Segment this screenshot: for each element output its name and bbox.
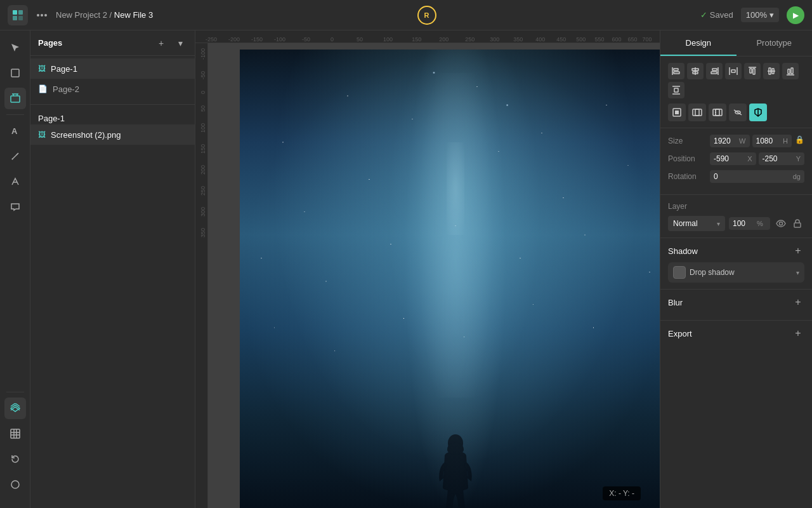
page-item-page1[interactable]: 🖼 Page-1 [30, 58, 195, 79]
visibility-icon[interactable] [774, 217, 788, 231]
svg-point-17 [448, 434, 463, 452]
svg-rect-51 [794, 223, 801, 227]
height-input-wrap: H [752, 135, 792, 147]
tool-circle[interactable] [4, 474, 26, 495]
width-unit: W [739, 137, 745, 145]
size-lock-icon[interactable]: 🔒 [794, 135, 804, 145]
shadow-color-swatch[interactable] [673, 266, 686, 279]
distribute-h-button[interactable] [725, 63, 742, 79]
x-unit: X [747, 155, 752, 163]
pages-title: Pages [38, 38, 62, 48]
align-center-v-button[interactable] [763, 63, 780, 79]
tool-layers[interactable] [4, 398, 26, 419]
export-title: Export [668, 329, 692, 338]
tool-rectangle[interactable] [4, 88, 26, 109]
align-top-button[interactable] [744, 63, 761, 79]
layers-header-actions: + ▾ [154, 36, 187, 50]
blend-mode-value: Normal [673, 219, 698, 228]
topbar-center: R [417, 6, 436, 25]
project-name: New Project 2 [56, 10, 107, 20]
svg-rect-41 [674, 88, 678, 92]
width-input[interactable] [714, 137, 737, 145]
x-input-wrap: X [710, 152, 756, 165]
svg-rect-31 [750, 69, 752, 73]
tool-frame[interactable] [4, 62, 26, 84]
tool-comment[interactable] [4, 196, 26, 218]
add-page-button[interactable]: + [154, 36, 168, 50]
layer-icons [774, 217, 804, 231]
tool-vector[interactable] [4, 171, 26, 192]
ruler-top: -250 -200 -150 -100 -50 0 50 100 150 200… [195, 30, 660, 43]
export-add-button[interactable]: + [792, 327, 804, 340]
opacity-input[interactable] [733, 219, 755, 228]
canvas-area[interactable]: -250 -200 -150 -100 -50 0 50 100 150 200… [195, 30, 660, 508]
blend-mode-dropdown[interactable]: Normal ▾ [668, 216, 725, 231]
rotation-input[interactable] [714, 172, 791, 181]
tab-design[interactable]: Design [660, 30, 737, 56]
canvas-content [208, 43, 660, 508]
align-center-h-button[interactable] [687, 63, 704, 79]
rotation-input-wrap: dg [710, 170, 804, 183]
layers-header: Pages + ▾ [30, 30, 195, 56]
canvas-frame [240, 50, 660, 508]
clip-btn-2[interactable] [688, 104, 706, 121]
clip-btn-5[interactable] [749, 104, 767, 121]
alignment-row-1 [668, 63, 804, 98]
align-left-button[interactable] [668, 63, 684, 79]
page-item-page2[interactable]: 📄 Page-2 [30, 79, 195, 99]
tool-grid[interactable] [4, 423, 26, 444]
main-layout: A [0, 30, 812, 508]
svg-point-50 [780, 222, 783, 225]
tool-separator-1 [6, 114, 24, 115]
x-input[interactable] [714, 154, 745, 163]
position-group: X Y [710, 152, 804, 165]
tool-history[interactable] [4, 448, 26, 470]
record-button[interactable]: R [417, 6, 436, 25]
size-label: Size [668, 137, 706, 145]
blur-title: Blur [668, 298, 683, 307]
clip-btn-3[interactable] [709, 104, 726, 121]
page2-icon: 📄 [38, 84, 48, 93]
opacity-unit: % [757, 220, 763, 227]
menu-button[interactable] [34, 11, 49, 19]
chevron-down-icon: ▾ [769, 10, 774, 20]
shadow-type-label: Drop shadow [690, 268, 735, 277]
svg-rect-43 [675, 110, 679, 114]
app-logo[interactable] [8, 5, 28, 25]
layer-lock-icon[interactable] [790, 217, 804, 231]
y-input[interactable] [763, 154, 794, 163]
tab-prototype[interactable]: Prototype [737, 30, 813, 56]
tool-select[interactable] [4, 37, 26, 58]
size-group: W H 🔒 [710, 135, 804, 147]
shadow-add-button[interactable]: + [792, 244, 804, 257]
layer-item-screenshot[interactable]: 🖼 Screenshot (2).png [30, 124, 195, 145]
blur-add-button[interactable]: + [792, 296, 804, 309]
align-right-button[interactable] [706, 63, 723, 79]
shadow-type-dropdown[interactable]: Drop shadow ▾ [690, 268, 799, 277]
align-bottom-button[interactable] [782, 63, 799, 79]
alignment-section [660, 57, 812, 128]
svg-rect-2 [13, 16, 17, 20]
distribute-v-button[interactable] [668, 82, 684, 98]
layer-controls: Normal ▾ % [668, 216, 804, 231]
rotation-group: dg [710, 170, 804, 183]
pages-collapse-button[interactable]: ▾ [173, 36, 187, 50]
canvas-image [240, 50, 660, 508]
export-header: Export + [668, 327, 804, 340]
blend-mode-display[interactable]: Normal ▾ [668, 216, 725, 231]
blur-header: Blur + [668, 296, 804, 309]
clip-btn-1[interactable] [668, 104, 686, 121]
tool-pen[interactable] [4, 145, 26, 167]
zoom-control[interactable]: 100% ▾ [741, 8, 779, 22]
layer-screenshot-icon: 🖼 [38, 130, 46, 139]
play-button[interactable]: ▶ [787, 6, 804, 24]
shadow-header: Shadow + [668, 244, 804, 257]
clip-row [668, 104, 804, 121]
rotation-unit: dg [793, 173, 801, 180]
clip-btn-4[interactable] [729, 104, 747, 121]
height-input[interactable] [756, 137, 782, 145]
rotation-label: Rotation [668, 172, 706, 181]
tool-text[interactable]: A [4, 120, 26, 142]
opacity-wrap: % [729, 217, 770, 230]
svg-rect-20 [674, 72, 679, 74]
